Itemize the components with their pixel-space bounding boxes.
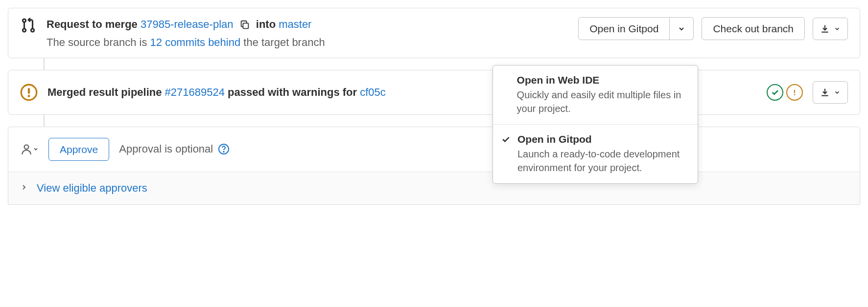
svg-point-11 (223, 152, 224, 153)
chevron-right-icon (20, 182, 28, 194)
merge-request-card: Request to merge 37985-release-plan into… (8, 8, 860, 58)
target-branch-link[interactable]: master (279, 18, 311, 30)
connector-line (44, 58, 45, 70)
dropdown-item-title: Open in Web IDE (517, 74, 688, 86)
approval-optional-text: Approval is optional (119, 143, 230, 155)
dropdown-item-web-ide[interactable]: Open in Web IDE Quickly and easily edit … (493, 66, 698, 125)
dropdown-item-title: Open in Gitpod (517, 133, 688, 145)
check-column (501, 74, 510, 115)
status-warning-icon[interactable] (786, 84, 803, 101)
pipeline-card: Merged result pipeline #271689524 passed… (8, 70, 860, 115)
chevron-down-icon (834, 25, 841, 32)
pipeline-text: Merged result pipeline #271689524 passed… (47, 86, 386, 99)
copy-branch-icon[interactable] (239, 20, 250, 30)
chevron-down-icon (834, 89, 841, 96)
eligible-approvers-link[interactable]: View eligible approvers (37, 182, 147, 195)
merge-request-icon (20, 17, 37, 34)
approvers-icon[interactable] (20, 143, 39, 155)
chevron-down-icon (678, 25, 685, 33)
dropdown-item-desc: Launch a ready-to-code development envir… (517, 147, 688, 175)
svg-point-0 (23, 19, 25, 22)
commit-sha-link[interactable]: cf05c (360, 86, 386, 98)
approval-top: Approve Approval is optional (8, 127, 860, 172)
merge-content: Request to merge 37985-release-plan into… (47, 17, 568, 49)
source-branch-link[interactable]: 37985-release-plan (141, 18, 234, 30)
merge-actions: Open in Gitpod Check out branch (578, 17, 848, 40)
download-icon (820, 88, 830, 97)
merge-title: Request to merge 37985-release-plan into… (47, 17, 568, 32)
subtitle-after: the target branch (240, 36, 325, 48)
subtitle-before: The source branch is (47, 36, 150, 48)
into-text: into (256, 18, 279, 30)
svg-point-6 (28, 95, 30, 97)
pipeline-download-button[interactable] (813, 81, 848, 104)
merge-subtitle: The source branch is 12 commits behind t… (47, 36, 568, 49)
approval-bottom[interactable]: View eligible approvers (8, 172, 860, 204)
pipeline-status-icons (767, 84, 803, 101)
check-icon (501, 134, 511, 144)
download-icon (820, 24, 830, 34)
pipeline-prefix: Merged result pipeline (47, 86, 165, 98)
commits-behind-link[interactable]: 12 commits behind (150, 36, 241, 48)
check-column (501, 133, 511, 175)
help-icon[interactable] (218, 143, 230, 155)
svg-rect-3 (243, 23, 248, 29)
svg-rect-5 (28, 88, 30, 94)
svg-rect-7 (794, 90, 795, 93)
pipeline-middle: passed with warnings for (225, 86, 360, 98)
download-button[interactable] (813, 18, 848, 40)
open-dropdown-toggle[interactable] (670, 17, 694, 40)
approval-card: Approve Approval is optional View eligib… (8, 127, 860, 205)
svg-point-9 (24, 145, 29, 150)
open-btn-group: Open in Gitpod (578, 17, 694, 40)
connector-line (44, 115, 45, 127)
open-in-gitpod-button[interactable]: Open in Gitpod (578, 17, 670, 40)
pipeline-status-icon (20, 84, 38, 101)
pipeline-id-link[interactable]: #271689524 (165, 86, 225, 98)
status-success-icon[interactable] (767, 84, 783, 101)
checkout-branch-button[interactable]: Check out branch (702, 17, 805, 40)
svg-point-8 (794, 94, 796, 95)
dropdown-item-desc: Quickly and easily edit multiple files i… (517, 88, 688, 115)
approval-optional-label: Approval is optional (119, 143, 213, 155)
svg-point-2 (31, 29, 34, 32)
approve-button[interactable]: Approve (48, 138, 109, 161)
dropdown-item-gitpod[interactable]: Open in Gitpod Launch a ready-to-code de… (493, 125, 698, 183)
svg-point-1 (23, 29, 25, 32)
open-dropdown-menu: Open in Web IDE Quickly and easily edit … (493, 65, 698, 184)
merge-prefix: Request to merge (47, 18, 141, 30)
